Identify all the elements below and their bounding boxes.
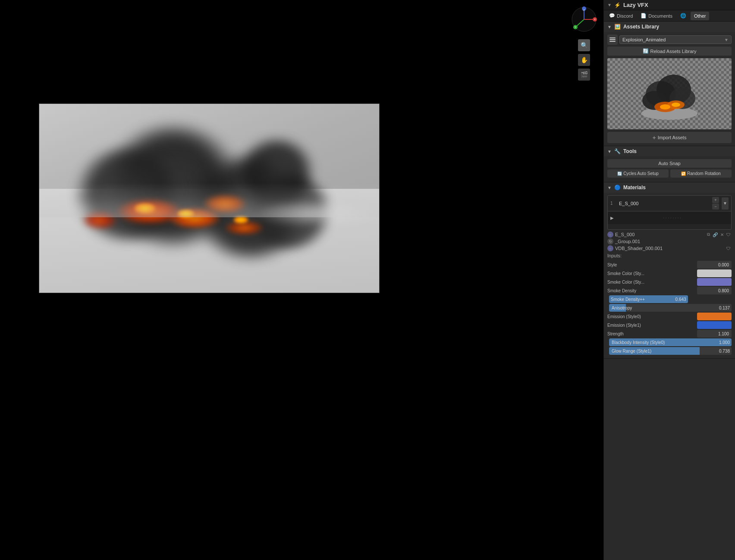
mat-vdb-label: VDB_Shader_000.001 [615, 246, 663, 251]
smoke-density-value[interactable]: 0.800 [697, 287, 732, 294]
assets-library-header[interactable]: ▼ 🖼️ Assets Library [604, 22, 735, 32]
plugin-title: Lazy VFX [623, 2, 648, 8]
mat-link-icon[interactable]: 🔗 [712, 232, 719, 238]
collapse-icon[interactable]: ▼ [607, 3, 612, 7]
anisotropy-slider[interactable]: Anisotropy 0.137 [609, 304, 732, 312]
materials-collapse-icon: ▼ [607, 185, 612, 190]
plugin-header: ▼ ⚡ Lazy VFX [604, 0, 735, 10]
timeline-play-icon[interactable]: ▶ [610, 216, 616, 221]
material-name-1: E_S_000 [619, 201, 710, 206]
viewport-tools: Z X Y 🔍 ✋ 🎬 [571, 6, 597, 81]
mat-copy-icon[interactable]: ⧉ [706, 232, 711, 238]
asset-preview [607, 58, 732, 129]
smoke-color-1-swatch[interactable] [697, 278, 732, 286]
viewport-canvas[interactable] [39, 103, 380, 293]
tab-documents[interactable]: 📄 Documents [637, 11, 676, 20]
tools-icon: 🔧 [614, 148, 621, 154]
tab-other[interactable]: Other [691, 12, 710, 20]
style-label: Style [607, 263, 697, 267]
right-panel: ▼ ⚡ Lazy VFX 💬 Discord 📄 Documents 🌐 Oth… [603, 0, 735, 560]
cursor-tool[interactable]: ✋ [578, 54, 590, 66]
blackbody-slider[interactable]: Blackbody Intensity (Style0) 1.000 [609, 338, 732, 346]
auto-snap-button[interactable]: Auto Snap [607, 159, 732, 168]
discord-icon: 💬 [609, 13, 615, 19]
rotation-icon: 🔁 [681, 172, 686, 176]
smoke-color-0-swatch[interactable] [697, 269, 732, 277]
assets-library-title: Assets Library [623, 24, 659, 30]
assets-library-section: ▼ 🖼️ Assets Library Explosion_Animated ▼… [604, 22, 735, 146]
reload-assets-button[interactable]: 🔄 Reload Assets Library [607, 47, 732, 56]
tools-title: Tools [623, 148, 637, 154]
strength-label: Strength [607, 332, 697, 336]
mat-minus-button[interactable]: − [712, 203, 719, 210]
mat-shield-icon[interactable]: 🛡 [726, 232, 732, 238]
tools-row: 🔄 Cycles Auto Setup 🔁 Random Rotation [607, 169, 732, 178]
material-item-1[interactable]: 1 E_S_000 + − ▼ [608, 196, 731, 211]
tools-collapse-icon: ▼ [607, 149, 612, 154]
material-timeline: ▶ · · · · · · · · [608, 211, 731, 224]
mat-controls: + − [712, 197, 719, 210]
style-value[interactable]: 0.000 [697, 261, 732, 269]
materials-icon: 🔵 [614, 185, 621, 191]
navigation-gizmo[interactable]: Z X Y [571, 6, 597, 32]
camera-tool[interactable]: 🎬 [578, 69, 590, 81]
style-row: Style 0.000 [607, 261, 732, 269]
magnify-tool[interactable]: 🔍 [578, 39, 590, 51]
emission-0-swatch[interactable] [697, 313, 732, 320]
gizmo-svg: Z X Y [571, 6, 597, 32]
mat-group-label: _Group.001 [615, 239, 640, 244]
glow-range-slider[interactable]: Glow Range (Style1) 0.738 [609, 347, 732, 355]
assets-icon: 🖼️ [614, 24, 621, 30]
strength-value[interactable]: 1.100 [697, 330, 732, 338]
explosion-render [39, 104, 379, 293]
preview-svg [635, 64, 704, 124]
materials-header[interactable]: ▼ 🔵 Materials [604, 182, 735, 193]
mat-vdb-circle-icon: ○ [607, 245, 613, 251]
glow-range-row: Glow Range (Style1) 0.738 [607, 347, 732, 355]
material-num-1: 1 [610, 201, 616, 206]
globe-icon: 🌐 [680, 13, 686, 19]
asset-dropdown-row: Explosion_Animated ▼ [607, 34, 732, 45]
svg-text:Z: Z [583, 9, 585, 11]
tab-discord[interactable]: 💬 Discord [606, 11, 636, 20]
mat-expand-button[interactable]: ▼ [722, 197, 729, 210]
strength-row: Strength 1.100 [607, 330, 732, 338]
emission-1-row: Emission (Style1) [607, 321, 732, 329]
import-assets-button[interactable]: + Import Assets [607, 132, 732, 143]
smoke-density-row: Smoke Density 0.800 [607, 287, 732, 294]
import-plus-icon: + [653, 134, 656, 141]
mat-close-icon[interactable]: ✕ [719, 232, 725, 238]
mat-vdb-shield-icon[interactable]: 🛡 [726, 246, 732, 251]
emission-1-swatch[interactable] [697, 321, 732, 329]
svg-point-17 [660, 104, 670, 109]
random-rotation-button[interactable]: 🔁 Random Rotation [670, 169, 732, 178]
smoke-color-1-label: Smoke Color (Sty... [607, 280, 697, 285]
hamburger-button[interactable] [607, 34, 618, 45]
emission-1-label: Emission (Style1) [607, 323, 697, 328]
smoke-density-pp-row: Smoke Density++ 0.643 [607, 295, 732, 303]
tab-bar: 💬 Discord 📄 Documents 🌐 Other [604, 10, 735, 22]
dropdown-chevron: ▼ [724, 38, 729, 42]
assets-collapse-icon: ▼ [607, 25, 612, 29]
anisotropy-row: Anisotropy 0.137 [607, 304, 732, 312]
mat-group-row: ↻ _Group.001 [607, 238, 732, 244]
tab-globe[interactable]: 🌐 [677, 11, 690, 20]
smoke-density-label: Smoke Density [607, 288, 697, 293]
mat-es000-row: ○ E_S_000 ⧉ 🔗 ✕ 🛡 [607, 232, 732, 238]
hamburger-line-2 [609, 39, 616, 40]
assets-library-content: Explosion_Animated ▼ 🔄 Reload Assets Lib… [604, 32, 735, 146]
mat-plus-button[interactable]: + [712, 197, 719, 203]
materials-content: 1 E_S_000 + − ▼ ▶ · · · · · · · · ○ E_S_ [604, 193, 735, 358]
tools-content: Auto Snap 🔄 Cycles Auto Setup 🔁 Random R… [604, 156, 735, 182]
asset-dropdown[interactable]: Explosion_Animated ▼ [619, 35, 732, 44]
cycles-auto-setup-button[interactable]: 🔄 Cycles Auto Setup [607, 169, 669, 178]
tools-header[interactable]: ▼ 🔧 Tools [604, 146, 735, 156]
svg-text:X: X [594, 18, 596, 21]
materials-title: Materials [623, 185, 646, 191]
blackbody-row: Blackbody Intensity (Style0) 1.000 [607, 338, 732, 346]
smoke-density-pp-slider[interactable]: Smoke Density++ 0.643 [609, 295, 732, 303]
hamburger-line-3 [609, 41, 616, 42]
svg-text:Y: Y [575, 26, 576, 28]
materials-section: ▼ 🔵 Materials 1 E_S_000 + − ▼ ▶ [604, 182, 735, 359]
tools-section: ▼ 🔧 Tools Auto Snap 🔄 Cycles Auto Setup … [604, 146, 735, 182]
